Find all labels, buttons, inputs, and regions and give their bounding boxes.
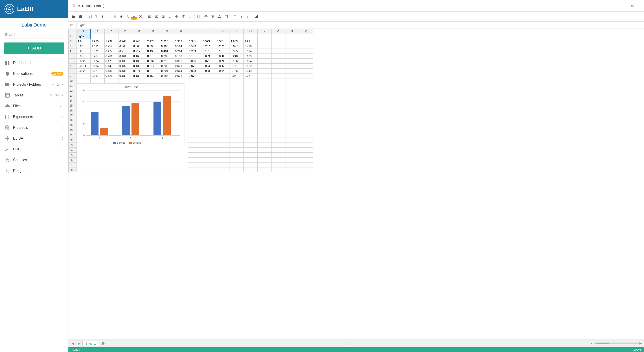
spreadsheet-cell[interactable] [174,78,188,83]
spreadsheet-cell[interactable] [299,98,313,103]
spreadsheet-cell[interactable] [202,138,216,143]
spreadsheet-cell[interactable]: 0.363 [132,44,146,49]
col-header-P[interactable]: P [286,29,299,34]
spreadsheet-cell[interactable] [202,78,216,83]
row-header-25[interactable]: 25 [69,153,77,157]
spreadsheet-cell[interactable]: 0.282 [160,54,174,59]
spreadsheet-cell[interactable]: 0.738 [244,44,258,49]
spreadsheet-cell[interactable] [299,123,313,128]
spreadsheet-cell[interactable]: 0.062 [216,69,230,74]
spreadsheet-cell[interactable] [286,162,299,167]
col-header-B[interactable]: B [91,29,104,34]
spreadsheet-cell[interactable] [299,74,313,78]
row-header-12[interactable]: 12 [69,88,77,93]
spreadsheet-cell[interactable] [244,93,258,98]
spreadsheet-cell[interactable] [286,143,299,148]
row-header-9[interactable]: 9 [69,74,77,78]
spreadsheet-cell[interactable]: 0.593 [202,39,216,44]
col-header-G[interactable]: G [160,29,174,34]
spreadsheet-cell[interactable] [230,118,244,123]
spreadsheet-cell[interactable] [216,108,230,113]
spreadsheet-cell[interactable] [216,143,230,148]
spreadsheet-cell[interactable]: 0.334 [244,49,258,54]
spreadsheet-cell[interactable] [286,78,299,83]
toolbar-font-color-btn[interactable]: A [125,14,130,20]
spreadsheet-cell[interactable] [230,143,244,148]
toolbar-bg-color-btn[interactable]: A [131,14,137,20]
spreadsheet-cell[interactable] [299,88,313,93]
spreadsheet-cell[interactable] [272,98,286,103]
col-header-D[interactable]: D [118,29,132,34]
spreadsheet-cell[interactable] [286,128,299,133]
spreadsheet-cell[interactable]: 0.149 [104,64,118,69]
spreadsheet-cell[interactable] [272,83,286,88]
col-header-E[interactable]: E [132,29,146,34]
spreadsheet-cell[interactable] [272,59,286,64]
spreadsheet-cell[interactable]: 0.161 [118,54,132,59]
spreadsheet-cell[interactable] [258,128,272,133]
spreadsheet-cell[interactable] [216,93,230,98]
spreadsheet-cell[interactable]: 1.341 [188,39,202,44]
spreadsheet-cell[interactable]: 0.564 [174,44,188,49]
sheet-tab-1[interactable]: Sheet 1 [82,341,99,346]
row-header-17[interactable]: 17 [69,113,77,118]
spreadsheet-cell[interactable] [272,138,286,143]
spreadsheet-cell[interactable]: 0.171 [230,64,244,69]
col-header-M[interactable]: M [244,29,258,34]
spreadsheet-cell[interactable] [286,83,299,88]
toolbar-align-center-btn[interactable] [153,14,160,20]
spreadsheet-cell[interactable] [202,162,216,167]
spreadsheet-cell[interactable]: 1.992 [104,39,118,44]
spreadsheet-cell[interactable]: 0.136 [118,69,132,74]
spreadsheet-cell[interactable] [230,93,244,98]
col-header-Q[interactable]: Q [299,29,313,34]
spreadsheet-cell[interactable] [299,83,313,88]
spreadsheet-cell[interactable] [202,157,216,162]
spreadsheet-cell[interactable] [230,162,244,167]
spreadsheet-cell[interactable] [258,103,272,108]
spreadsheet-cell[interactable] [286,74,299,78]
spreadsheet-cell[interactable]: 0.179 [104,59,118,64]
toolbar-valign-top-btn[interactable] [180,14,186,20]
spreadsheet-cell[interactable] [286,118,299,123]
spreadsheet-cell[interactable] [216,83,230,88]
toolbar-text-format-btn[interactable]: T [93,14,99,20]
spreadsheet-cell[interactable] [188,162,202,167]
spreadsheet-cell[interactable]: 0.746 [132,39,146,44]
spreadsheet-cell[interactable] [188,148,202,153]
spreadsheet-cell[interactable]: 0.217 [132,49,146,54]
spreadsheet-cell[interactable] [202,88,216,93]
toolbar-palette-btn[interactable] [203,14,209,20]
spreadsheet-cell[interactable] [299,93,313,98]
spreadsheet-cell[interactable] [244,148,258,153]
spreadsheet-cell[interactable] [286,133,299,138]
search-input[interactable] [4,32,64,39]
spreadsheet-cell[interactable] [230,34,244,39]
tab-add-button[interactable]: ⊕ [631,3,634,8]
tab-more-button[interactable]: ··· [636,3,640,8]
spreadsheet-cell[interactable] [188,153,202,157]
spreadsheet-cell[interactable] [272,123,286,128]
spreadsheet-cell[interactable] [216,162,230,167]
row-header-2[interactable]: 2 [69,39,77,44]
spreadsheet-cell[interactable] [286,138,299,143]
spreadsheet-cell[interactable]: 0.581 [216,39,230,44]
spreadsheet-cell[interactable] [299,69,313,74]
row-header-26[interactable]: 26 [69,157,77,162]
spreadsheet-cell[interactable] [286,113,299,118]
spreadsheet-cell[interactable] [299,49,313,54]
spreadsheet-cell[interactable] [272,49,286,54]
spreadsheet-cell[interactable] [244,113,258,118]
spreadsheet-cell[interactable]: 0.305 [230,49,244,54]
formula-value[interactable]: ug/ml [78,23,86,27]
spreadsheet-cell[interactable]: 0.438 [146,49,160,54]
spreadsheet-cell[interactable]: 1.352 [174,39,188,44]
spreadsheet-cell[interactable] [216,34,230,39]
spreadsheet-cell[interactable] [286,49,299,54]
toolbar-text-t-btn[interactable]: T [232,14,238,20]
spreadsheet-cell[interactable] [202,74,216,78]
col-header-J[interactable]: J [202,29,216,34]
spreadsheet-cell[interactable] [286,88,299,93]
spreadsheet-cell[interactable] [299,59,313,64]
sidebar-item-projects[interactable]: Projects / Folders ↻ 2 ▾ [0,79,68,90]
